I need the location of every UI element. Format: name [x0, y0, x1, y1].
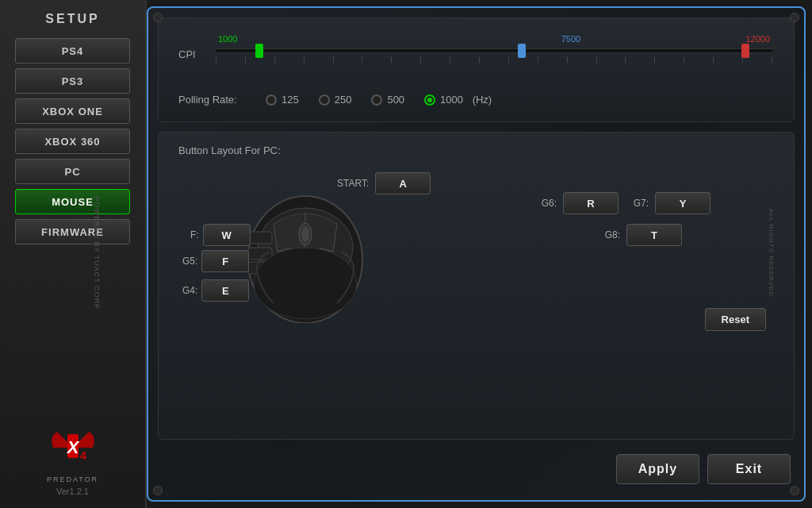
cpi-label: CPI — [178, 48, 202, 60]
cpi-row: CPI 1000 7500 12000 — [178, 34, 774, 74]
polling-value-250: 250 — [335, 94, 352, 106]
svg-text:4: 4 — [80, 449, 86, 462]
g6-key-btn[interactable]: R — [563, 192, 619, 214]
polling-label: Polling Rate: — [178, 94, 250, 106]
cpi-thumb-blue[interactable] — [518, 44, 526, 58]
svg-point-6 — [301, 226, 309, 242]
polling-value-500: 500 — [387, 94, 404, 106]
g4-key-btn[interactable]: E — [201, 279, 249, 302]
polling-unit: (Hz) — [469, 94, 492, 106]
mouse-area: F: W G5: F G4: E — [226, 180, 400, 331]
corner-screw-tl — [153, 13, 163, 22]
cpi-marker-7500: 7500 — [561, 34, 580, 44]
f-key-btn[interactable]: W — [203, 224, 251, 246]
polling-option-1000[interactable]: 1000 (Hz) — [424, 94, 492, 106]
apply-button[interactable]: Apply — [616, 454, 699, 484]
logo-icon: X 4 — [45, 420, 101, 475]
button-layout-inner: START: A — [178, 168, 774, 327]
cpi-marker-12000: 12000 — [745, 34, 770, 44]
sidebar: SETUP PS4 PS3 XBOX One XBOX 360 PC MOUSE… — [0, 0, 147, 508]
f-label: F: — [190, 229, 199, 241]
sidebar-item-firmware[interactable]: FIRMWARE — [15, 219, 130, 244]
polling-value-125: 125 — [282, 94, 299, 106]
logo-area: X 4 PREDATOR Ver1.2.1 — [45, 420, 101, 496]
polling-option-125[interactable]: 125 — [266, 94, 299, 106]
svg-rect-9 — [248, 232, 272, 244]
sidebar-item-mouse[interactable]: MOUSE — [15, 189, 130, 214]
polling-value-1000: 1000 — [440, 94, 463, 106]
g7-key-btn[interactable]: Y — [655, 192, 710, 214]
exit-button[interactable]: Exit — [707, 454, 791, 484]
radio-125[interactable] — [266, 94, 277, 106]
cpi-thumb-green[interactable] — [255, 44, 263, 58]
polling-option-500[interactable]: 500 — [371, 94, 404, 106]
sidebar-item-pc[interactable]: PC — [15, 159, 130, 184]
polling-option-250[interactable]: 250 — [319, 94, 352, 106]
bottom-bar: Apply Exit — [158, 448, 795, 491]
svg-text:X: X — [65, 437, 79, 457]
rights-reserved-text: ALL RIGHTS RESERVED. — [768, 209, 775, 300]
g5-label: G5: — [182, 256, 197, 267]
main-area: CPI 1000 7500 12000 — [147, 6, 806, 502]
corner-screw-br — [790, 486, 799, 495]
cpi-scale-labels: 1000 7500 12000 — [214, 34, 774, 44]
cpi-panel: CPI 1000 7500 12000 — [158, 17, 795, 122]
polling-row: Polling Rate: 125 250 500 1000 (Hz) — [178, 94, 774, 106]
reset-container: Reset — [705, 308, 766, 331]
radio-250[interactable] — [319, 94, 330, 106]
g8-label: G8: — [596, 229, 620, 241]
g8-key-btn[interactable]: T — [626, 224, 682, 246]
logo-subtitle: PREDATOR — [47, 475, 98, 483]
cpi-marker-1000: 1000 — [218, 34, 237, 44]
g6-group: G6: R G7: Y — [533, 192, 710, 214]
radio-500[interactable] — [371, 94, 382, 106]
svg-rect-7 — [248, 248, 272, 260]
right-keys: G6: R G7: Y G8: T — [533, 192, 710, 246]
sidebar-item-ps4[interactable]: PS4 — [15, 38, 130, 64]
sidebar-item-xbox-one[interactable]: XBOX One — [15, 98, 130, 124]
radio-1000[interactable] — [424, 94, 435, 106]
reset-button[interactable]: Reset — [705, 308, 766, 331]
g4-group: G4: E — [182, 279, 249, 302]
g4-label: G4: — [182, 285, 197, 296]
button-panel: Button Layout For PC: START: A — [158, 132, 795, 440]
g6-label: G6: — [533, 198, 557, 209]
g5-key-btn[interactable]: F — [201, 250, 249, 272]
corner-screw-tr — [790, 13, 799, 22]
cpi-track[interactable] — [214, 48, 774, 53]
sidebar-item-xbox-360[interactable]: XBOX 360 — [15, 129, 130, 154]
corner-screw-bl — [153, 486, 163, 495]
f-group: F: W — [190, 224, 251, 246]
g7-label: G7: — [625, 198, 649, 209]
sidebar-title: SETUP — [45, 12, 99, 26]
version-label: Ver1.2.1 — [56, 487, 89, 496]
mouse-svg — [226, 180, 385, 323]
g5-group: G5: F — [182, 250, 249, 272]
cpi-slider-container: 1000 7500 12000 — [214, 34, 774, 74]
powered-by-text: POWERED BY TUACT CORP. — [94, 197, 102, 312]
polling-options: 125 250 500 1000 (Hz) — [266, 94, 492, 106]
g8-group: G8: T — [596, 224, 710, 246]
svg-point-10 — [254, 248, 357, 319]
cpi-thumb-red[interactable] — [741, 44, 749, 58]
sidebar-item-ps3[interactable]: PS3 — [15, 68, 130, 94]
button-layout-title: Button Layout For PC: — [178, 144, 774, 156]
cpi-ticks — [214, 56, 774, 63]
